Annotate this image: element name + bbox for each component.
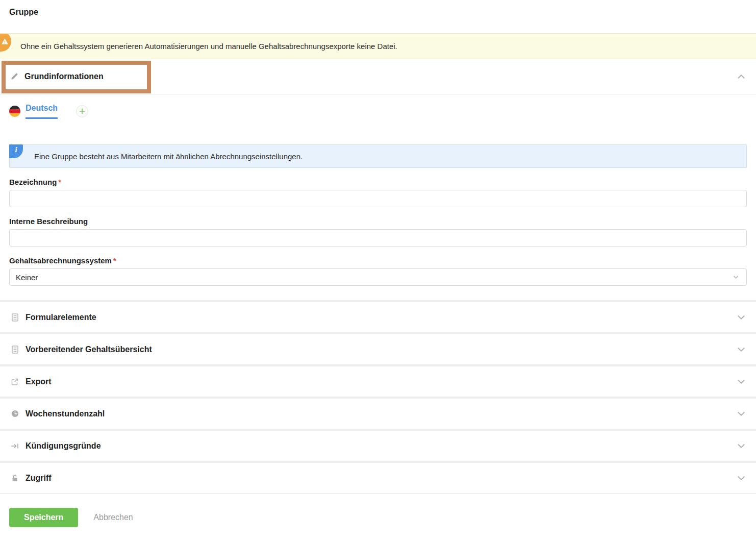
chevron-down-icon[interactable]: [737, 377, 746, 386]
footer-actions: Speichern Abbrechen: [0, 494, 756, 527]
gehaltsabrechnungssystem-select[interactable]: Keiner: [9, 268, 747, 286]
cancel-button[interactable]: Abbrechen: [93, 513, 133, 522]
save-button[interactable]: Speichern: [9, 508, 78, 527]
section-title: Zugriff: [26, 474, 52, 483]
bezeichnung-input[interactable]: [9, 190, 747, 207]
section-header-vorbereitender-gehaltsuebersicht[interactable]: Vorbereitender Gehaltsübersicht: [0, 334, 756, 364]
chevron-down-icon[interactable]: [737, 474, 746, 483]
info-banner-text: Eine Gruppe besteht aus Mitarbeitern mit…: [34, 152, 303, 161]
section-title: Export: [26, 377, 52, 386]
info-icon: i: [9, 144, 23, 158]
section-header-wochenstundenzahl[interactable]: Wochenstundenzahl: [0, 399, 756, 429]
interne-beschreibung-input[interactable]: [9, 229, 747, 247]
section-header-zugriff[interactable]: Zugriff: [0, 463, 756, 493]
section-title: Vorbereitender Gehaltsübersicht: [26, 345, 152, 354]
chevron-down-icon[interactable]: [737, 313, 746, 322]
page-header: Gruppe: [0, 0, 756, 17]
lock-icon: [10, 474, 19, 482]
section-title: Kündigungsgründe: [26, 441, 101, 451]
section-header-formularelemente[interactable]: Formularelemente: [0, 302, 756, 332]
interne-beschreibung-label-text: Interne Beschreibung: [9, 217, 88, 226]
section-title: Grundinformationen: [24, 72, 104, 81]
clock-icon: [10, 410, 19, 417]
chevron-down-icon[interactable]: [737, 409, 746, 418]
form-icon: [10, 313, 19, 322]
chevron-down-icon[interactable]: [737, 345, 746, 354]
info-banner: i Eine Gruppe besteht aus Mitarbeitern m…: [9, 144, 747, 168]
grundinformationen-form: Bezeichnung* Interne Beschreibung Gehalt…: [0, 178, 756, 300]
bezeichnung-label-text: Bezeichnung: [9, 178, 57, 186]
warning-banner-text: Ohne ein Gehaltssystem generieren Automa…: [20, 42, 397, 51]
warning-icon: [0, 33, 11, 52]
section-header-grundinformationen[interactable]: Grundinformationen: [0, 59, 756, 94]
section-title: Formularelemente: [26, 313, 96, 322]
field-gehaltsabrechnungssystem: Gehaltsabrechnungssystem* Keiner: [9, 256, 747, 286]
section-header-export[interactable]: Export: [0, 366, 756, 397]
section-header-kuendigungsgruende[interactable]: Kündigungsgründe: [0, 431, 756, 461]
form-icon: [10, 346, 19, 354]
gehaltsabrechnungssystem-label-text: Gehaltsabrechnungssystem: [9, 256, 112, 265]
field-interne-beschreibung: Interne Beschreibung: [9, 217, 747, 247]
warning-banner: Ohne ein Gehaltssystem generieren Automa…: [0, 33, 756, 59]
export-icon: [10, 378, 19, 386]
select-value: Keiner: [16, 273, 38, 282]
required-asterisk: *: [113, 256, 116, 265]
chevron-up-icon[interactable]: [737, 72, 746, 81]
add-language-button[interactable]: [76, 105, 88, 117]
language-tabs: Deutsch: [0, 94, 756, 119]
section-title: Wochenstundenzahl: [26, 409, 105, 418]
exit-arrow-icon: [10, 442, 19, 450]
bezeichnung-label: Bezeichnung*: [9, 178, 747, 186]
german-flag-icon: [9, 106, 20, 117]
chevron-down-icon[interactable]: [737, 441, 746, 451]
required-asterisk: *: [58, 178, 61, 186]
tab-deutsch[interactable]: Deutsch: [26, 104, 58, 119]
pencil-icon: [10, 72, 18, 81]
page-title: Gruppe: [9, 8, 747, 17]
chevron-down-icon: [733, 274, 739, 281]
interne-beschreibung-label: Interne Beschreibung: [9, 217, 747, 226]
field-bezeichnung: Bezeichnung*: [9, 178, 747, 207]
gehaltsabrechnungssystem-label: Gehaltsabrechnungssystem*: [9, 256, 747, 265]
